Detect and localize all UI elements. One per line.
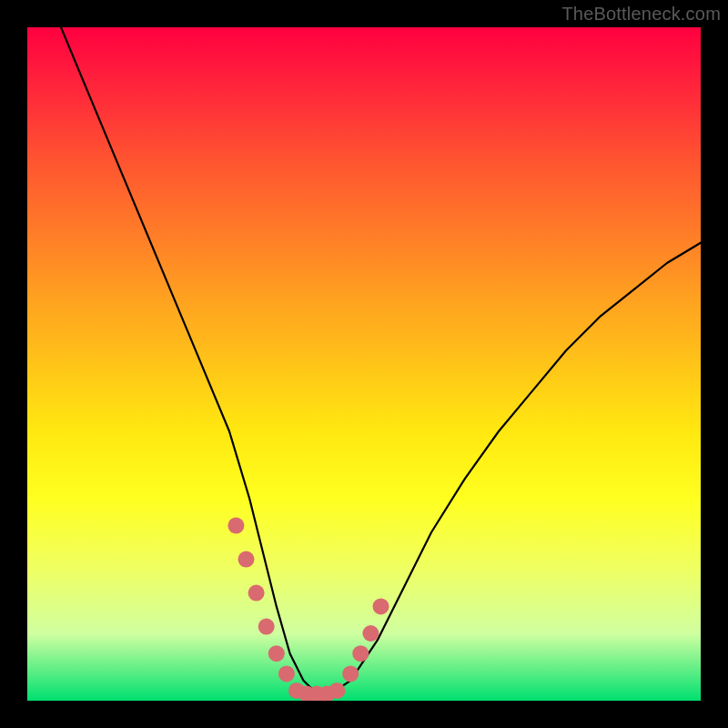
highlight-dot (238, 551, 255, 568)
highlight-dot (248, 585, 265, 602)
highlight-dot (373, 598, 389, 614)
watermark-text: TheBottleneck.com (561, 4, 721, 25)
chart-frame: TheBottleneck.com (0, 0, 728, 728)
highlight-dot (268, 645, 285, 662)
highlight-dot (228, 518, 244, 534)
highlight-dot (329, 682, 345, 699)
highlight-dot (258, 619, 275, 635)
series-container (27, 27, 701, 701)
bottleneck-curve (27, 27, 701, 694)
highlight-dot (352, 645, 369, 662)
highlight-dot (362, 625, 379, 642)
plot-area (27, 27, 701, 701)
highlight-dot (342, 665, 359, 682)
highlight-dot (278, 665, 295, 682)
chart-svg (27, 27, 701, 701)
